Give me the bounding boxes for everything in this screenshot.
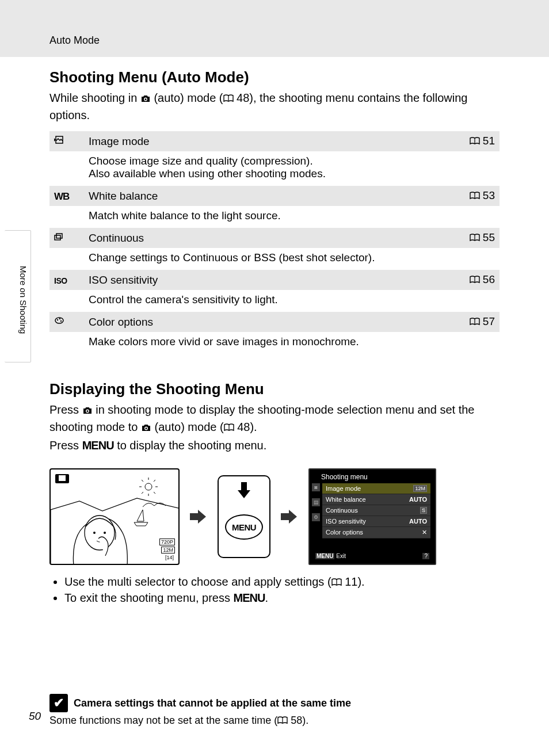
- scene-illustration: 720P 12M [14]: [49, 468, 180, 565]
- screen-side-icons: ◙ ▤ ⚙: [312, 483, 320, 521]
- page-number: 50: [29, 710, 41, 723]
- book-icon: [331, 576, 342, 589]
- continuous-icon: [54, 232, 64, 244]
- note-title: Camera settings that cannot be applied a…: [74, 697, 351, 709]
- camera-icon: [140, 91, 151, 107]
- camera-icon: [141, 420, 151, 436]
- scene-badge: 12M: [161, 547, 175, 553]
- header-band: Auto Mode: [0, 0, 549, 57]
- iso-icon: ISO: [54, 276, 67, 285]
- svg-line-18: [154, 480, 155, 482]
- menu-table: Image mode 51 Choose image size and qual…: [49, 131, 500, 354]
- breadcrumb: Auto Mode: [49, 35, 100, 46]
- table-row: Color options 57: [49, 312, 500, 332]
- menu-item-label: ISO sensitivity: [84, 270, 453, 290]
- diagram-row: 720P 12M [14] MENU Shooting menu ◙ ▤ ⚙ I…: [49, 468, 500, 565]
- menu-button-label: MENU: [225, 514, 263, 540]
- section2-p2: Press MENU to display the shooting menu.: [49, 437, 500, 453]
- table-row: Image mode 51: [49, 131, 500, 151]
- screen-menu-title: Shooting menu: [321, 473, 432, 481]
- menu-word: MENU: [82, 439, 114, 452]
- table-row: Continuous 55: [49, 228, 500, 248]
- camera-icon: [82, 403, 93, 419]
- scene-badge: 720P: [159, 539, 175, 545]
- screen-menu-row: ContinuousS: [322, 505, 430, 516]
- screen-menu-row: Color options✕: [322, 527, 430, 539]
- section1-intro: While shooting in (auto) mode ( 48), the…: [49, 90, 500, 123]
- note-body: Some functions may not be set at the sam…: [49, 715, 500, 727]
- screen-menu-footer: MENU Exit ?: [313, 552, 432, 560]
- image-mode-icon: [54, 135, 64, 147]
- menu-item-label: Color options: [84, 312, 453, 332]
- book-icon: [470, 316, 480, 329]
- book-icon: [277, 715, 288, 727]
- table-row: ISO ISO sensitivity 56: [49, 270, 500, 290]
- svg-rect-10: [59, 475, 66, 481]
- menu-button-illustration: MENU: [218, 475, 270, 558]
- list-item: Use the multi selector to choose and app…: [64, 575, 500, 589]
- menu-item-desc: Choose image size and quality (compressi…: [84, 151, 500, 186]
- svg-point-20: [85, 516, 115, 550]
- book-icon: [470, 135, 480, 148]
- note-box: ✔ Camera settings that cannot be applied…: [49, 694, 500, 727]
- color-options-icon: [54, 316, 64, 328]
- bullet-list: Use the multi selector to choose and app…: [64, 575, 500, 605]
- svg-line-16: [142, 480, 143, 482]
- check-icon: ✔: [49, 694, 68, 712]
- screen-menu-row: White balanceAUTO: [322, 494, 430, 505]
- book-icon: [470, 232, 480, 245]
- menu-item-desc: Make colors more vivid or save images in…: [84, 332, 500, 354]
- svg-point-11: [145, 483, 152, 490]
- book-icon: [224, 419, 234, 436]
- wb-icon: WB: [54, 191, 69, 202]
- menu-item-label: Continuous: [84, 228, 453, 248]
- book-icon: [223, 90, 234, 106]
- arrow-right-icon: [190, 509, 207, 525]
- help-icon: ?: [422, 553, 429, 559]
- scene-badge: 14: [166, 555, 172, 560]
- svg-point-22: [104, 532, 106, 534]
- arrow-down-icon: [235, 482, 253, 502]
- setup-icon: ⚙: [312, 513, 320, 521]
- arrow-right-icon: [281, 509, 298, 525]
- section1-title: Shooting Menu (Auto Mode): [49, 68, 500, 86]
- menu-item-desc: Change settings to Continuous or BSS (be…: [84, 248, 500, 270]
- book-icon: [470, 190, 480, 203]
- menu-item-desc: Match white balance to the light source.: [84, 206, 500, 228]
- movie-icon: ▤: [312, 498, 320, 506]
- svg-line-17: [154, 492, 155, 494]
- table-row: WB White balance 53: [49, 186, 500, 206]
- svg-point-21: [93, 532, 96, 534]
- svg-line-19: [142, 492, 143, 494]
- section2-title: Displaying the Shooting Menu: [49, 380, 500, 398]
- screen-menu: Shooting menu ◙ ▤ ⚙ Image mode12M White …: [308, 468, 436, 565]
- section2-p1: Press in shooting mode to display the sh…: [49, 402, 500, 436]
- screen-menu-row: Image mode12M: [322, 483, 430, 494]
- menu-item-label: White balance: [84, 186, 453, 206]
- book-icon: [470, 274, 480, 287]
- list-item: To exit the shooting menu, press MENU.: [64, 591, 500, 605]
- side-tab-label: More on Shooting: [18, 266, 28, 334]
- menu-word: MENU: [234, 591, 265, 604]
- menu-item-desc: Control the camera's sensitivity to ligh…: [84, 290, 500, 312]
- camera-icon: ◙: [312, 483, 320, 491]
- screen-menu-row: ISO sensitivityAUTO: [322, 516, 430, 527]
- menu-item-label: Image mode: [84, 131, 453, 151]
